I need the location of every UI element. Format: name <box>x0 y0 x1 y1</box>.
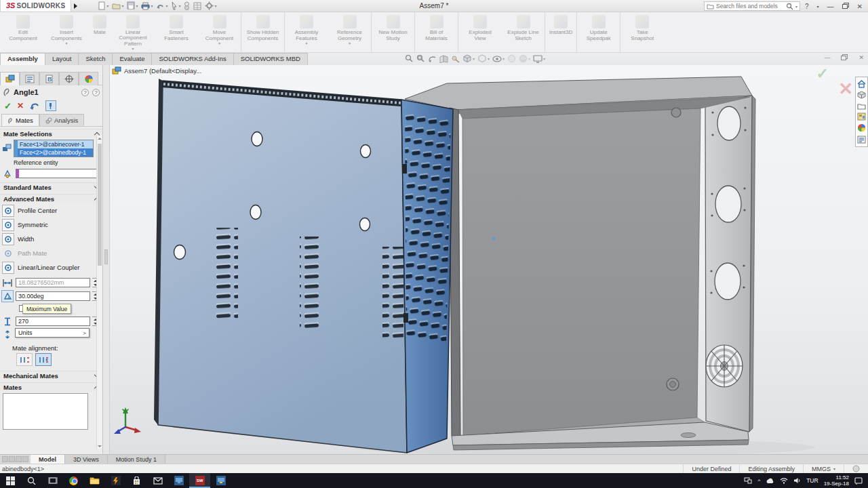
action-center-icon[interactable] <box>854 477 863 485</box>
hide-show-items-icon[interactable]: ▾ <box>492 56 505 62</box>
view-orientation-icon[interactable]: ▾ <box>462 54 475 63</box>
help-icon[interactable]: ? <box>92 89 100 96</box>
mates-list-header[interactable]: Mates <box>0 382 102 392</box>
advanced-mate-option[interactable]: Symmetric <box>0 218 102 232</box>
dynamic-annotation-icon[interactable] <box>451 55 460 63</box>
network-devices-icon[interactable] <box>744 477 752 484</box>
minimize-button[interactable]: — <box>827 3 834 10</box>
search-icon[interactable] <box>786 3 793 10</box>
cabinet-cover-part[interactable] <box>154 79 453 453</box>
search-caret-icon[interactable]: ▾ <box>795 4 797 9</box>
ribbon-command[interactable]: Explode Line Sketch ▾ <box>502 12 545 52</box>
advanced-mate-option[interactable]: Linear/Linear Coupler <box>0 260 102 274</box>
mail-icon[interactable] <box>147 473 168 488</box>
advanced-mate-option[interactable]: Path Mate <box>0 246 102 260</box>
model-canvas[interactable] <box>110 65 868 454</box>
ribbon-command[interactable]: Update Speedpak ▾ <box>577 12 620 52</box>
ribbon-command[interactable]: Smart Fasteners ▾ <box>155 12 198 52</box>
advanced-mates-header[interactable]: Advanced Mates <box>0 194 102 203</box>
featuremanager-tab[interactable] <box>0 72 20 85</box>
solidworks-logo[interactable]: 3S SOLIDWORKS <box>0 0 71 12</box>
task-view-icon[interactable] <box>42 473 63 488</box>
custom-properties-icon[interactable] <box>857 136 866 144</box>
splitter-grip[interactable] <box>104 249 108 264</box>
panel-splitter[interactable] <box>103 65 110 454</box>
propertymanager-tab[interactable] <box>20 72 39 85</box>
ribbon-command[interactable]: Mate ▾ <box>88 12 111 52</box>
ok-button[interactable]: ✓ <box>4 101 12 111</box>
resources-home-icon[interactable] <box>857 80 866 88</box>
graphics-area[interactable]: Assem7 (Default<Display... ✓ ✕ <box>110 65 868 454</box>
zoom-to-area-icon[interactable] <box>416 54 425 63</box>
tray-expand-icon[interactable]: ^ <box>757 478 760 484</box>
selection-item-face2[interactable]: Face<2>@cabinedbody-1 <box>14 148 93 157</box>
ribbon-command[interactable]: Take Snapshot ▾ <box>620 12 664 52</box>
language-indicator[interactable]: TUR <box>806 477 818 484</box>
ribbon-command-caret-icon[interactable]: ▾ <box>349 41 351 46</box>
tab-assembly[interactable]: Assembly <box>0 53 45 65</box>
options-icon[interactable]: ▾ <box>203 1 218 12</box>
search-input[interactable] <box>716 3 784 9</box>
displaymanager-tab[interactable] <box>79 72 98 85</box>
cabinet-body-part[interactable] <box>405 77 755 450</box>
configurationmanager-tab[interactable]: B <box>39 72 59 85</box>
edit-appearance-icon[interactable] <box>507 54 516 63</box>
ribbon-command-caret-icon[interactable]: ▾ <box>65 41 67 46</box>
scrollbar-thumb[interactable] <box>98 144 102 266</box>
analysis-subtab[interactable]: Analysis <box>39 114 84 126</box>
view-settings-icon[interactable]: ▾ <box>533 55 545 63</box>
flash-app-icon[interactable] <box>105 473 126 488</box>
tab-layout[interactable]: Layout <box>45 53 79 65</box>
restore-button[interactable] <box>842 3 849 10</box>
appearances-scenes-icon[interactable] <box>857 123 866 132</box>
ribbon-command[interactable]: Reference Geometry ▾ <box>328 12 372 52</box>
distance-value-field[interactable]: 18.08276502mm <box>16 278 90 287</box>
quick-tips-icon[interactable] <box>844 464 868 473</box>
cancel-button[interactable]: ✕ <box>17 101 24 110</box>
standard-mates-header[interactable]: Standard Mates <box>0 182 102 192</box>
ribbon-command[interactable]: Instant3D ▾ <box>545 12 577 52</box>
wifi-icon[interactable] <box>780 478 788 484</box>
save-icon[interactable]: ▾ <box>125 1 139 12</box>
apply-scene-icon[interactable]: ▾ <box>519 54 530 63</box>
aligned-button[interactable] <box>16 353 33 366</box>
undo-button[interactable] <box>29 101 40 110</box>
solidworks-taskbar-icon[interactable]: SW <box>189 473 210 488</box>
ribbon-command[interactable]: Move Component ▾ <box>198 12 241 52</box>
mate-selections-header[interactable]: Mate Selections <box>0 129 102 138</box>
view-palette-icon[interactable] <box>857 113 866 121</box>
advanced-mate-option[interactable]: Profile Center <box>0 203 102 218</box>
tab-solidworks-add-ins[interactable]: SOLIDWORKS Add-Ins <box>152 53 233 65</box>
open-document-icon[interactable]: ▾ <box>111 1 125 12</box>
angle-value-field[interactable]: 30.00deg <box>16 291 90 301</box>
new-document-icon[interactable]: ▾ <box>96 1 110 12</box>
search-box[interactable]: ▾ <box>704 1 800 11</box>
help-button[interactable]: ? <box>805 3 809 10</box>
keep-visible-pin-button[interactable] <box>45 100 56 111</box>
ribbon-command-caret-icon[interactable]: ▾ <box>305 41 307 46</box>
ribbon-command[interactable]: Linear Component Pattern ▾ <box>111 12 155 52</box>
tab-scroll-buttons[interactable] <box>0 455 31 464</box>
tab-3d-views[interactable]: 3D Views <box>65 455 108 464</box>
ribbon-command[interactable]: Show Hidden Components ▾ <box>241 12 285 52</box>
tab-solidworks-mbd[interactable]: SOLIDWORKS MBD <box>234 53 308 65</box>
scroll-down-arrow[interactable] <box>98 443 102 449</box>
tab-motion-study-1[interactable]: Motion Study 1 <box>108 455 165 464</box>
media-app-icon[interactable] <box>168 473 189 488</box>
tab-model[interactable]: Model <box>31 455 65 464</box>
section-view-icon[interactable] <box>439 55 448 63</box>
selection-item-face1[interactable]: Face<1>@cabinecover-1 <box>14 140 93 148</box>
doc-minimize-button[interactable]: — <box>824 54 830 62</box>
menu-expand-arrow-icon[interactable] <box>74 3 77 9</box>
units-flyout-menu[interactable]: Units> <box>15 328 90 338</box>
zoom-to-fit-icon[interactable] <box>405 54 414 63</box>
rebuild-icon[interactable] <box>182 1 191 12</box>
remote-app-icon[interactable] <box>210 473 231 488</box>
scroll-up-arrow[interactable] <box>98 136 102 141</box>
feedback-icon[interactable]: ? <box>81 89 89 96</box>
file-explorer-icon[interactable] <box>857 102 866 110</box>
taskbar-clock[interactable]: 11:5219-Sep-18 <box>824 474 849 487</box>
file-properties-icon[interactable] <box>192 1 203 12</box>
panel-scrollbar[interactable] <box>96 136 102 449</box>
mate-selection-list[interactable]: Face<1>@cabinecover-1 Face<2>@cabinedbod… <box>14 140 94 157</box>
